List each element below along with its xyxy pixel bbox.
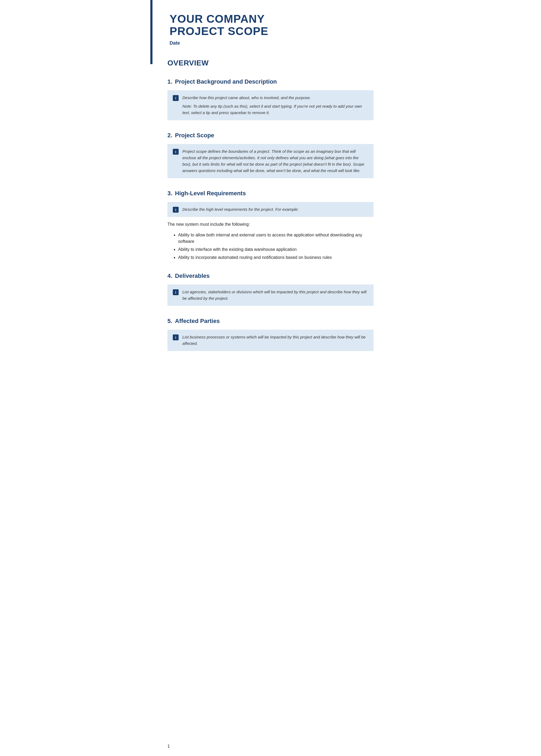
section-1: 1.Project Background and DescriptioniDes… [168, 77, 373, 120]
tip-text-4: List agencies, stakeholders or divisions… [182, 289, 368, 302]
tip-box-5: iList business processes or systems whic… [168, 330, 373, 351]
bullet-list-3: Ability to allow both internal and exter… [168, 232, 373, 261]
section-title-1: Project Background and Description [175, 77, 276, 86]
company-title-line2: PROJECT SCOPE [170, 25, 269, 37]
tip-text-2: Project scope defines the boundaries of … [182, 148, 368, 174]
tip-box-1: iDescribe how this project came about, w… [168, 90, 373, 120]
section-2: 2.Project ScopeiProject scope defines th… [168, 131, 373, 178]
company-title-line1: YOUR COMPANY [170, 13, 265, 25]
list-item: Ability to interface with the existing d… [178, 246, 373, 253]
section-number-3: 3. [168, 189, 172, 198]
section-title-2: Project Scope [175, 131, 214, 140]
list-item: Ability to allow both internal and exter… [178, 232, 373, 245]
section-3: 3.High-Level RequirementsiDescribe the h… [168, 189, 373, 261]
section-number-1: 1. [168, 77, 172, 86]
section-heading-1: 1.Project Background and Description [168, 77, 373, 86]
overview-heading: OVERVIEW [168, 57, 373, 69]
section-number-5: 5. [168, 317, 172, 326]
section-title-3: High-Level Requirements [175, 189, 246, 198]
info-icon-5: i [173, 335, 179, 340]
section-5: 5.Affected PartiesiList business process… [168, 317, 373, 351]
section-heading-2: 2.Project Scope [168, 131, 373, 140]
tip-box-3: iDescribe the high level requirements fo… [168, 202, 373, 217]
header-left-border [150, 0, 153, 64]
info-icon-2: i [173, 149, 179, 155]
info-icon-4: i [173, 289, 179, 295]
tip-note-1: Note: To delete any tip (such as this), … [182, 103, 368, 116]
document-header: YOUR COMPANY PROJECT SCOPE Date [168, 13, 373, 47]
section-heading-3: 3.High-Level Requirements [168, 189, 373, 198]
section-heading-5: 5.Affected Parties [168, 317, 373, 326]
tip-text-5: List business processes or systems which… [182, 334, 368, 347]
tip-box-2: iProject scope defines the boundaries of… [168, 144, 373, 178]
info-icon-1: i [173, 95, 179, 101]
tip-text-3: Describe the high level requirements for… [182, 206, 298, 213]
tip-text-1: Describe how this project came about, wh… [182, 95, 368, 116]
body-text-3: The new system must include the followin… [168, 221, 373, 228]
section-title-5: Affected Parties [175, 317, 220, 326]
section-number-4: 4. [168, 272, 172, 280]
info-icon-3: i [173, 207, 179, 213]
section-title-4: Deliverables [175, 272, 210, 280]
list-item: Ability to incorporate automated routing… [178, 254, 373, 261]
tip-box-4: iList agencies, stakeholders or division… [168, 285, 373, 306]
sections-container: 1.Project Background and DescriptioniDes… [168, 77, 373, 351]
section-heading-4: 4.Deliverables [168, 272, 373, 280]
page-number: 1 [168, 743, 170, 750]
document-page: YOUR COMPANY PROJECT SCOPE Date OVERVIEW… [150, 0, 391, 756]
company-title: YOUR COMPANY PROJECT SCOPE [170, 13, 373, 37]
date-label: Date [170, 40, 373, 47]
section-number-2: 2. [168, 131, 172, 140]
section-4: 4.DeliverablesiList agencies, stakeholde… [168, 272, 373, 306]
